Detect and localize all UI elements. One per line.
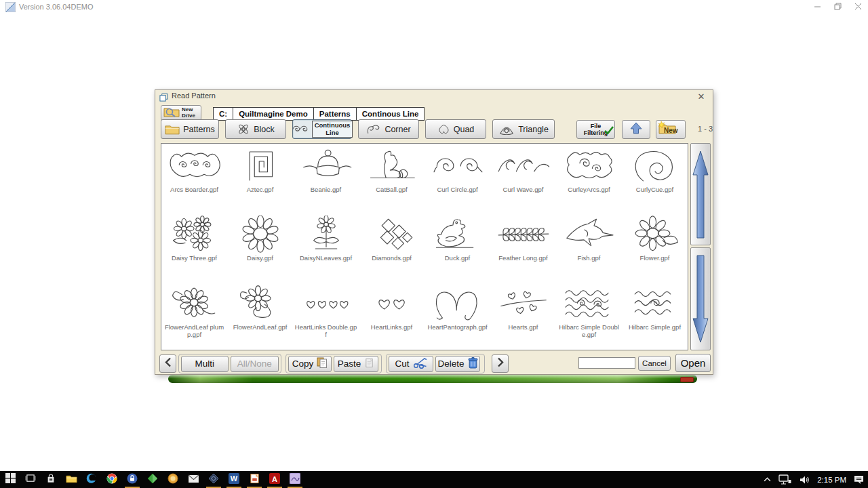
tab-patterns[interactable]: Patterns xyxy=(161,119,219,139)
pattern-thumbnail xyxy=(296,285,356,323)
pattern-item[interactable]: Curl Wave.gpf xyxy=(490,144,556,212)
taskbar-task-view[interactable] xyxy=(20,471,41,488)
tab-quad[interactable]: Quad xyxy=(425,119,486,139)
breadcrumb-segment-1[interactable]: Quiltmagine Demo xyxy=(233,108,314,120)
pattern-item[interactable]: Curl Circle.gpf xyxy=(425,144,490,212)
pattern-item[interactable]: Arcs Boarder.gpf xyxy=(161,144,227,212)
close-button[interactable] xyxy=(848,0,868,15)
pattern-item[interactable]: Hilbarc Simple.gpf xyxy=(622,281,688,350)
open-button[interactable]: Open xyxy=(675,354,711,372)
pattern-thumbnail xyxy=(559,216,619,253)
clock[interactable]: 2:15 PM xyxy=(817,476,846,484)
pattern-item[interactable]: Duck.gpf xyxy=(425,212,490,281)
delete-button[interactable]: Delete xyxy=(435,356,480,372)
pattern-label: DaisyNLeaves.gpf xyxy=(300,254,352,262)
tab-block[interactable]: Block xyxy=(225,119,286,139)
taskbar-store[interactable] xyxy=(41,471,61,488)
pattern-thumbnail xyxy=(428,285,488,323)
new-pattern-button[interactable]: New xyxy=(656,120,686,139)
quilt-app-icon xyxy=(290,473,300,487)
tray-chevron-icon[interactable] xyxy=(764,476,771,483)
pattern-item[interactable]: HeartPantograph.gpf xyxy=(425,281,490,350)
start-icon xyxy=(5,473,16,486)
taskbar-start[interactable] xyxy=(0,471,20,488)
multi-button[interactable]: Multi xyxy=(181,356,229,372)
taskbar-acrobat[interactable]: A xyxy=(264,471,285,488)
pattern-item[interactable]: CatBall.gpf xyxy=(359,144,425,212)
taskbar-file-explorer[interactable] xyxy=(61,471,81,488)
new-drive-button[interactable]: NewDrive xyxy=(161,105,201,121)
tab-corner[interactable]: Corner xyxy=(358,119,419,139)
pattern-label: CurlyCue.gpf xyxy=(636,186,673,193)
maximize-button[interactable] xyxy=(827,0,848,15)
pattern-label: Daisy.gpf xyxy=(247,254,273,262)
pattern-thumbnail xyxy=(165,285,224,323)
dialog-title: Read Pattern xyxy=(172,92,216,100)
cut-button[interactable]: Cut xyxy=(389,356,433,372)
taskbar-chrome[interactable] xyxy=(102,471,122,488)
pattern-item[interactable]: CurleyArcs.gpf xyxy=(556,144,622,212)
folder-up-button[interactable] xyxy=(622,120,650,139)
pattern-item[interactable]: CurlyCue.gpf xyxy=(622,144,688,212)
speaker-icon[interactable] xyxy=(799,475,810,485)
restore-icon xyxy=(834,3,842,12)
pattern-item[interactable]: HeartLinks.gpf xyxy=(359,281,425,350)
tab-quad-icon xyxy=(437,123,450,135)
pattern-thumbnail xyxy=(362,147,422,185)
pattern-thumbnail xyxy=(625,285,685,323)
pattern-label: Arcs Boarder.gpf xyxy=(170,186,218,193)
cancel-button[interactable]: Cancel xyxy=(638,356,671,371)
taskbar-mail[interactable] xyxy=(183,471,203,488)
taskbar-lock-app[interactable] xyxy=(122,471,142,488)
file-filtering-button[interactable]: FileFiltering xyxy=(576,120,615,139)
pattern-thumbnail xyxy=(296,147,356,185)
pattern-item[interactable]: FlowerAndLeaf plump.gpf xyxy=(161,281,227,350)
breadcrumb-segment-0[interactable]: C: xyxy=(214,108,233,120)
scroll-column xyxy=(690,143,711,350)
pattern-item[interactable]: Daisy.gpf xyxy=(227,212,293,281)
taskbar-orange-app[interactable] xyxy=(163,471,183,488)
tab-continuous-line[interactable]: ContinuousLine xyxy=(292,119,352,139)
all-none-button[interactable]: All/None xyxy=(231,356,279,372)
breadcrumb-segment-2[interactable]: Patterns xyxy=(314,108,357,120)
taskbar-green-app[interactable] xyxy=(142,471,163,488)
taskbar-word[interactable]: W xyxy=(224,471,244,488)
pattern-item[interactable]: Beanie.gpf xyxy=(293,144,359,212)
previous-page-button[interactable] xyxy=(159,354,176,373)
tab-triangle[interactable]: Triangle xyxy=(492,119,555,139)
taskbar-diamond-app[interactable] xyxy=(203,471,224,488)
dialog-close-button[interactable]: ✕ xyxy=(695,91,707,102)
pattern-label: Hilbarc Simple.gpf xyxy=(629,323,681,331)
pattern-item[interactable]: HeartLinks Double.gpf xyxy=(293,281,359,350)
scroll-up-button[interactable] xyxy=(690,143,711,245)
dialog-titlebar: Read Pattern ✕ xyxy=(155,90,713,102)
pattern-item[interactable]: Fish.gpf xyxy=(556,212,622,281)
pattern-item[interactable]: DaisyNLeaves.gpf xyxy=(293,212,359,281)
action-center-icon[interactable] xyxy=(854,475,864,485)
breadcrumb-segment-3[interactable]: Continous Line xyxy=(357,108,425,120)
filename-input[interactable] xyxy=(578,357,635,369)
taskbar-edge[interactable] xyxy=(81,471,102,488)
pattern-item[interactable]: Feather Long.gpf xyxy=(490,212,556,281)
minimize-button[interactable] xyxy=(807,0,827,15)
pattern-label: HeartLinks Double.gpf xyxy=(294,323,357,339)
scroll-down-button[interactable] xyxy=(690,247,711,350)
pattern-item[interactable]: Daisy Three.gpf xyxy=(161,212,227,281)
tab-triangle-icon xyxy=(498,123,515,135)
pattern-item[interactable]: FlowerAndLeaf.gpf xyxy=(227,281,293,350)
pattern-thumbnail xyxy=(625,147,685,185)
paste-button[interactable]: Paste xyxy=(334,356,378,372)
taskbar-libreoffice[interactable] xyxy=(244,471,264,488)
pattern-item[interactable]: Flower.gpf xyxy=(622,212,688,281)
copy-button[interactable]: Copy xyxy=(288,356,332,372)
pattern-item[interactable]: Hearts.gpf xyxy=(490,281,556,350)
svg-text:A: A xyxy=(272,474,277,483)
taskbar-quilt-app[interactable] xyxy=(285,471,305,488)
pattern-item[interactable]: Hilbarc Simple Double.gpf xyxy=(556,281,622,350)
pattern-item[interactable]: Diamonds.gpf xyxy=(359,212,425,281)
pattern-item[interactable]: Aztec.gpf xyxy=(227,144,293,212)
chrome-icon xyxy=(106,473,117,487)
network-icon[interactable] xyxy=(778,474,791,485)
next-page-button[interactable] xyxy=(492,354,509,373)
pattern-grid: Arcs Boarder.gpfAztec.gpfBeanie.gpfCatBa… xyxy=(161,143,688,350)
